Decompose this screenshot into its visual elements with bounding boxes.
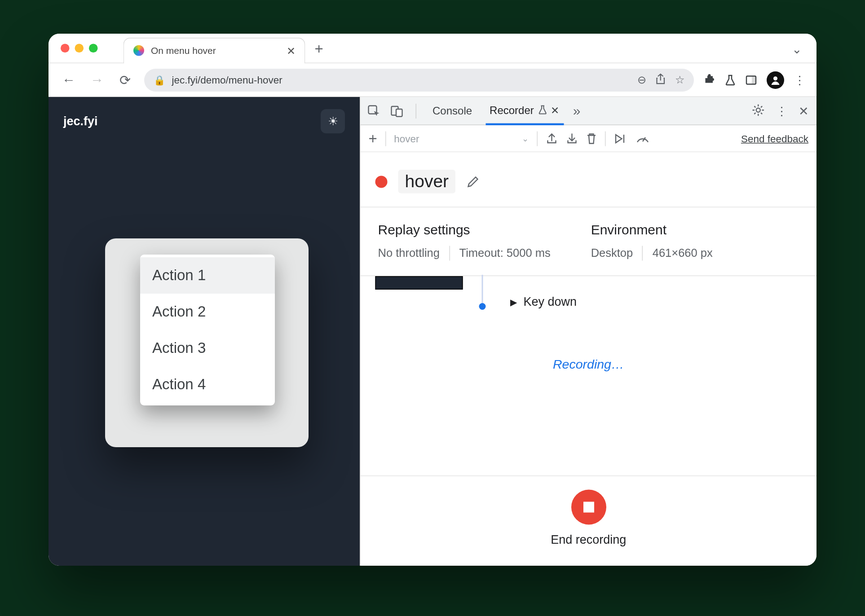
recorder-toolbar: + hover ⌄ bbox=[361, 125, 817, 152]
svg-rect-1 bbox=[752, 76, 756, 84]
extensions-icon[interactable] bbox=[703, 74, 715, 86]
speed-icon[interactable] bbox=[635, 133, 650, 144]
throttling-value[interactable]: No throttling bbox=[378, 246, 440, 260]
recorder-settings-row: Replay settings No throttling Timeout: 5… bbox=[361, 207, 817, 276]
device-value[interactable]: Desktop bbox=[591, 246, 633, 260]
tab-close-icon[interactable]: ✕ bbox=[551, 104, 560, 116]
browser-window: On menu hover ✕ + ⌄ ← → ⟳ 🔒 jec.fyi/demo… bbox=[49, 34, 816, 566]
menu-item-3[interactable]: Action 3 bbox=[140, 330, 275, 366]
settings-gear-icon[interactable] bbox=[752, 103, 765, 118]
window-minimize-button[interactable] bbox=[75, 44, 84, 53]
tab-recorder[interactable]: Recorder ✕ bbox=[485, 97, 564, 125]
import-icon[interactable] bbox=[566, 132, 578, 145]
timeout-value[interactable]: Timeout: 5000 ms bbox=[459, 246, 551, 260]
send-feedback-link[interactable]: Send feedback bbox=[741, 133, 808, 145]
theme-toggle-button[interactable]: ☀ bbox=[321, 109, 345, 133]
back-button[interactable]: ← bbox=[59, 72, 78, 88]
step-label: Key down bbox=[524, 295, 577, 309]
tab-recorder-label: Recorder bbox=[490, 104, 534, 116]
device-toolbar-icon[interactable] bbox=[390, 104, 404, 118]
page-viewport: jec.fyi ☀ H e! Action 1 Action 2 Action … bbox=[49, 97, 360, 566]
devtools-tabbar: Console Recorder ✕ » ⋮ bbox=[361, 97, 817, 125]
replay-icon[interactable] bbox=[613, 132, 627, 145]
environment-settings: Environment Desktop 461×660 px bbox=[591, 222, 713, 261]
site-name: jec.fyi bbox=[63, 114, 98, 128]
tab-favicon-icon bbox=[133, 45, 144, 56]
step-thumbnail bbox=[375, 276, 463, 290]
new-recording-button[interactable]: + bbox=[369, 130, 377, 147]
devtools-close-icon[interactable]: ✕ bbox=[799, 103, 809, 118]
traffic-lights bbox=[61, 44, 98, 53]
svg-point-2 bbox=[773, 76, 777, 80]
edit-name-icon[interactable] bbox=[466, 175, 480, 188]
replay-settings-heading: Replay settings bbox=[378, 222, 551, 238]
menu-item-1[interactable]: Action 1 bbox=[140, 257, 275, 294]
window-close-button[interactable] bbox=[61, 44, 70, 53]
reload-button[interactable]: ⟳ bbox=[116, 72, 135, 88]
tab-close-icon[interactable]: ✕ bbox=[287, 44, 296, 57]
devtools-panel: Console Recorder ✕ » ⋮ bbox=[360, 97, 816, 566]
devtools-menu-icon[interactable]: ⋮ bbox=[776, 103, 788, 118]
tab-dropdown-icon[interactable]: ⌄ bbox=[792, 42, 802, 57]
window-fullscreen-button[interactable] bbox=[89, 44, 98, 53]
recording-selector[interactable]: hover ⌄ bbox=[394, 133, 529, 145]
menu-item-2[interactable]: Action 2 bbox=[140, 294, 275, 330]
profile-avatar-icon[interactable] bbox=[767, 71, 784, 88]
end-recording-button[interactable] bbox=[571, 490, 606, 525]
export-icon[interactable] bbox=[546, 132, 558, 145]
address-bar[interactable]: 🔒 jec.fyi/demo/menu-hover ⊖ ☆ bbox=[144, 68, 694, 91]
window-titlebar: On menu hover ✕ + ⌄ bbox=[49, 34, 816, 63]
bookmark-star-icon[interactable]: ☆ bbox=[675, 74, 684, 87]
tab-console[interactable]: Console bbox=[428, 97, 476, 125]
browser-tab[interactable]: On menu hover ✕ bbox=[124, 37, 305, 63]
share-icon[interactable] bbox=[656, 74, 666, 87]
end-recording-label: End recording bbox=[551, 533, 626, 547]
recording-name[interactable]: hover bbox=[398, 170, 456, 194]
zoom-out-icon[interactable]: ⊖ bbox=[637, 74, 646, 87]
sun-icon: ☀ bbox=[328, 114, 338, 128]
more-tabs-icon[interactable]: » bbox=[573, 103, 581, 119]
recording-indicator-icon bbox=[375, 176, 388, 188]
url-toolbar: ← → ⟳ 🔒 jec.fyi/demo/menu-hover ⊖ ☆ bbox=[49, 63, 816, 97]
chevron-down-icon: ⌄ bbox=[522, 134, 529, 143]
recording-header: hover bbox=[361, 152, 817, 207]
tab-title: On menu hover bbox=[151, 45, 216, 56]
url-text: jec.fyi/demo/menu-hover bbox=[172, 74, 282, 86]
viewport-value[interactable]: 461×660 px bbox=[653, 246, 713, 260]
replay-settings: Replay settings No throttling Timeout: 5… bbox=[378, 222, 551, 261]
recorder-footer: End recording bbox=[361, 475, 817, 566]
environment-heading: Environment bbox=[591, 222, 713, 238]
lock-icon: 🔒 bbox=[154, 75, 165, 85]
flask-icon bbox=[538, 105, 547, 115]
side-panel-icon[interactable] bbox=[745, 74, 757, 86]
svg-rect-5 bbox=[396, 109, 402, 116]
expand-triangle-icon[interactable]: ▶ bbox=[510, 297, 517, 308]
steps-panel: ▶ Key down Recording… bbox=[361, 276, 817, 476]
timeline-line bbox=[482, 275, 483, 307]
stop-icon bbox=[583, 502, 594, 513]
new-tab-button[interactable]: + bbox=[315, 40, 323, 57]
tab-console-label: Console bbox=[432, 105, 472, 117]
content-area: jec.fyi ☀ H e! Action 1 Action 2 Action … bbox=[49, 97, 816, 566]
step-keydown[interactable]: ▶ Key down bbox=[510, 295, 577, 309]
delete-icon[interactable] bbox=[586, 132, 597, 145]
labs-flask-icon[interactable] bbox=[725, 74, 736, 86]
svg-point-6 bbox=[756, 108, 760, 112]
menu-item-4[interactable]: Action 4 bbox=[140, 366, 275, 403]
recording-select-value: hover bbox=[394, 133, 419, 145]
hover-menu: Action 1 Action 2 Action 3 Action 4 bbox=[140, 255, 275, 405]
forward-button[interactable]: → bbox=[88, 72, 106, 88]
recording-status: Recording… bbox=[361, 357, 817, 372]
browser-menu-icon[interactable]: ⋮ bbox=[794, 72, 806, 87]
inspect-element-icon[interactable] bbox=[367, 104, 381, 118]
